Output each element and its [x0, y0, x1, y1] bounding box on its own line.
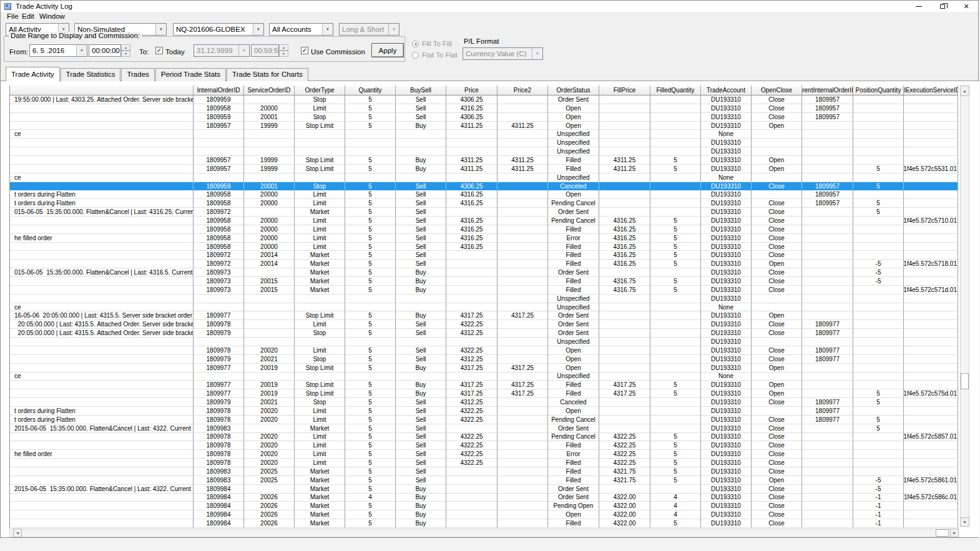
table-row[interactable]: 2015-06-05 15:35:00.000. Flatten&Cancel … — [10, 424, 958, 433]
chevron-down-icon[interactable]: ▼ — [322, 24, 333, 35]
column-header[interactable]: ServiceOrderID — [244, 85, 295, 95]
table-row[interactable]: 180997220014Market5SellFilled4316.255DU1… — [10, 251, 958, 260]
horizontal-scrollbar[interactable] — [9, 529, 959, 537]
column-header[interactable]: BuySell — [396, 85, 446, 95]
table-row[interactable]: 180995820000Limit5Sell4316.25Filled4316.… — [10, 243, 958, 251]
table-row[interactable]: 180997820020Limit5Sell4322.25Pending Can… — [10, 433, 958, 442]
scroll-left-button[interactable]: ◄ — [13, 529, 22, 537]
column-header[interactable]: TradeAccount — [701, 85, 752, 95]
table-row[interactable]: 2015-06-05 15:35:00.000. Flatten&Cancel … — [10, 485, 958, 494]
table-row[interactable]: ceUnspecifiedNone — [10, 173, 958, 182]
menu-edit[interactable]: Edit — [19, 12, 37, 20]
use-commission-checkbox[interactable]: ✓ — [301, 47, 308, 54]
column-header[interactable]: FilledQuantity — [650, 85, 701, 95]
table-row[interactable]: 015-06-05 15:35:00.000. Flatten&Cancel |… — [10, 208, 958, 217]
minimize-button[interactable] — [907, 1, 931, 12]
chevron-down-icon[interactable]: ▼ — [76, 45, 87, 56]
table-row[interactable]: 180995820000Limit5Sell4316.25OpenDU19331… — [10, 104, 958, 113]
symbol-dropdown[interactable]: NQ-201606-GLOBEX ▼ — [173, 23, 264, 36]
table-row[interactable]: 16-05-06 20:05:00.000 | Last: 4315.5. Se… — [10, 311, 958, 320]
table-row[interactable]: 180997920021Stop5Sell4312.25CanceledDU19… — [10, 398, 958, 407]
table-row[interactable]: 180998420026Market5BuyPending Open4322.0… — [10, 502, 958, 510]
table-row[interactable]: 20:05:00.000 | Last: 4315.5. Attached Or… — [10, 329, 958, 338]
table-row[interactable]: 180997920021Stop5Sell4312.25OpenDU193310… — [10, 355, 958, 364]
chevron-down-icon[interactable]: ▼ — [253, 24, 263, 35]
table-row[interactable]: 180997720019Stop Limit5Buy4317.254317.25… — [10, 389, 958, 398]
table-row[interactable]: 180998420026Market4BuyOrder Sent4322.004… — [10, 494, 958, 502]
column-header[interactable]: arentInternalOrderID — [802, 85, 853, 95]
menu-window[interactable]: Window — [37, 12, 67, 20]
table-row[interactable]: 180997320015Market5BuyFilled4316.755DU19… — [10, 286, 958, 295]
table-row[interactable]: 19:55:00.000 | Last: 4303.25. Attached O… — [10, 95, 958, 104]
chevron-down-icon[interactable]: ▼ — [155, 24, 166, 35]
vertical-scrollbar[interactable] — [960, 85, 969, 527]
table-row[interactable]: ceUnspecifiedNone — [10, 130, 958, 139]
table-row[interactable]: t orders during Flatten180997820020Limit… — [10, 407, 958, 416]
column-header[interactable]: OpenClose — [752, 85, 802, 95]
spin-down-icon[interactable]: ▼ — [279, 51, 288, 57]
scroll-up-button[interactable]: ▲ — [960, 85, 969, 96]
column-header[interactable]: illExecutionServiceID — [904, 85, 958, 95]
table-row[interactable]: 180998420026Market5BuyFilled4322.005DU19… — [10, 519, 958, 528]
account-dropdown[interactable]: All Accounts ▼ — [269, 23, 333, 36]
table-row[interactable]: he filled order180995820000Limit5Sell431… — [10, 234, 958, 243]
tab-trade-activity[interactable]: Trade Activity — [6, 67, 60, 82]
spin-up-icon[interactable]: ▲ — [121, 44, 130, 51]
scroll-down-button[interactable]: ▼ — [960, 517, 969, 527]
from-time-stepper[interactable]: ▲ ▼ — [121, 44, 130, 57]
tab-trade-stats-for-charts[interactable]: Trade Stats for Charts — [227, 68, 308, 81]
table-row[interactable]: he filled order180997820020Limit5Sell432… — [10, 450, 958, 459]
table-row[interactable]: 180995719999Stop Limit5Buy4311.254311.25… — [10, 122, 958, 130]
table-row[interactable]: 180997820020Limit5Sell4322.25OpenDU19331… — [10, 346, 958, 355]
table-row[interactable]: UnspecifiedDU193310 — [10, 295, 958, 303]
to-time-stepper[interactable]: ▲ ▼ — [279, 44, 288, 57]
table-row[interactable]: 180997320015Market5BuyFilled4316.755DU19… — [10, 277, 958, 286]
table-row[interactable]: 180997820020Limit5Sell4322.25Filled4322.… — [10, 459, 958, 467]
column-header[interactable]: FillPrice — [599, 85, 650, 95]
table-row[interactable]: 180995719999Stop Limit5Buy4311.254311.25… — [10, 156, 958, 165]
table-row[interactable]: ceUnspecifiedNone — [10, 303, 958, 312]
table-row[interactable]: 180995719999Stop Limit5Buy4311.254311.25… — [10, 165, 958, 173]
table-row[interactable]: 180998420026Market5BuyOpen4322.004DU1933… — [10, 510, 958, 519]
table-row[interactable]: 180995820000Limit5Sell4316.25Pending Can… — [10, 217, 958, 225]
column-header[interactable]: Price2 — [497, 85, 548, 95]
tab-trade-statistics[interactable]: Trade Statistics — [61, 68, 121, 81]
table-row[interactable]: 180995920001Stop5Sell4306.25OpenDU193310… — [10, 113, 958, 122]
table-row[interactable]: UnspecifiedDU193310 — [10, 147, 958, 156]
column-header[interactable] — [10, 85, 194, 95]
table-row[interactable]: 180997720019Stop Limit5Buy4317.254317.25… — [10, 381, 958, 389]
column-header[interactable]: Quantity — [345, 85, 396, 95]
today-checkbox[interactable]: ✓ — [155, 47, 163, 54]
from-date-picker[interactable]: 6. 5 .2016 ▼ — [29, 44, 87, 57]
table-row[interactable]: t orders during Flatten180995820000Limit… — [10, 190, 958, 199]
horizontal-scrollbar-thumb[interactable] — [936, 529, 949, 537]
column-header[interactable]: OrderStatus — [548, 85, 599, 95]
table-row[interactable]: 180998320025Market5SellFilled4321.755DU1… — [10, 467, 958, 476]
restore-button[interactable] — [931, 1, 954, 12]
column-header[interactable]: InternalOrderID — [194, 85, 244, 95]
table-row[interactable]: 180997720019Stop Limit5Buy4317.254317.25… — [10, 364, 958, 373]
column-header[interactable]: Price — [446, 85, 497, 95]
table-row[interactable]: 20:05:00.000 | Last: 4315.5. Attached Or… — [10, 320, 958, 329]
apply-button[interactable]: Apply — [371, 43, 404, 57]
scroll-right-button[interactable]: ► — [950, 529, 959, 537]
menu-file[interactable]: File — [4, 12, 21, 20]
tab-period-trade-stats[interactable]: Period Trade Stats — [155, 68, 226, 81]
table-row[interactable]: 180998320025Market5SellFilled4321.755DU1… — [10, 476, 958, 485]
from-time-field[interactable]: 00:00:00 — [89, 44, 121, 57]
column-header[interactable]: OrderType — [295, 85, 345, 95]
table-row[interactable]: 180995820000Limit5Sell4316.25Filled4316.… — [10, 225, 958, 234]
table-row[interactable]: ceUnspecifiedNone — [10, 373, 958, 381]
table-row[interactable]: t orders during Flatten180995820000Limit… — [10, 199, 958, 208]
table-row[interactable]: UnspecifiedDU193310 — [10, 338, 958, 346]
spin-up-icon[interactable]: ▲ — [279, 44, 288, 51]
column-header[interactable]: PositionQuantity — [853, 85, 904, 95]
table-row[interactable]: 015-06-05 15:35:00.000. Flatten&Cancel |… — [10, 268, 958, 277]
close-button[interactable]: ✕ — [954, 1, 978, 12]
table-row[interactable]: t orders during Flatten180997820020Limit… — [10, 416, 958, 424]
vertical-scrollbar-thumb[interactable] — [961, 373, 969, 389]
table-row[interactable]: 180995920001Stop5Sell4306.25CanceledDU19… — [10, 182, 958, 191]
tab-trades[interactable]: Trades — [121, 68, 154, 81]
table-row[interactable]: 180997820020Limit5Sell4322.25Filled4322.… — [10, 441, 958, 450]
spin-down-icon[interactable]: ▼ — [121, 51, 130, 57]
